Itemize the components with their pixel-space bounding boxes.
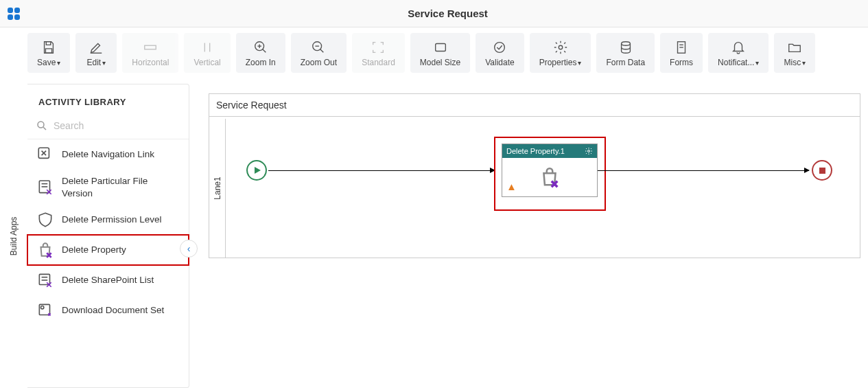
lane-label: Lane1 bbox=[213, 176, 222, 199]
validate-button[interactable]: Validate bbox=[476, 33, 524, 73]
delete-file-icon bbox=[36, 178, 55, 197]
lane-header: Lane1 bbox=[209, 119, 226, 258]
sidebar-item-label: Delete Particular File Version bbox=[62, 175, 180, 199]
sidebar-item-label: Delete Navigation Link bbox=[62, 148, 154, 161]
sidebar-item-delete-sharepoint-list[interactable]: Delete SharePoint List bbox=[27, 265, 189, 295]
svg-rect-0 bbox=[145, 45, 156, 49]
zoom-in-icon bbox=[253, 38, 268, 56]
toolbar: Save▾ Edit▾ Horizontal Vertical Zoom In … bbox=[0, 27, 868, 78]
download-doc-icon bbox=[36, 301, 55, 320]
sidebar-item-delete-permission-level[interactable]: Delete Permission Level bbox=[27, 205, 189, 235]
forms-icon bbox=[674, 38, 689, 56]
bag-x-icon bbox=[538, 166, 561, 189]
page-title: Service Request bbox=[27, 8, 868, 19]
process-canvas[interactable]: Service Request Lane1 Delete Property.1 … bbox=[189, 84, 868, 388]
sidebar-title: ACTIVITY LIBRARY bbox=[27, 84, 189, 115]
zoom-out-button[interactable]: Zoom Out bbox=[291, 33, 347, 73]
save-icon bbox=[41, 38, 56, 56]
zoom-out-icon bbox=[311, 38, 326, 56]
chevron-down-icon: ▾ bbox=[57, 59, 60, 67]
database-icon bbox=[618, 38, 633, 56]
form-data-button[interactable]: Form Data bbox=[596, 33, 655, 73]
activity-library-sidebar: ACTIVITY LIBRARY Delete Navigation Link … bbox=[27, 84, 189, 388]
sidebar-item-label: Delete Permission Level bbox=[62, 214, 162, 226]
svg-point-36 bbox=[588, 150, 590, 152]
search-icon bbox=[36, 119, 48, 132]
model-size-icon bbox=[433, 38, 448, 56]
properties-button[interactable]: Properties▾ bbox=[530, 33, 591, 73]
chevron-down-icon: ▾ bbox=[755, 59, 759, 67]
sidebar-item-delete-file-version[interactable]: Delete Particular File Version bbox=[27, 170, 189, 205]
list-x-icon bbox=[36, 271, 55, 290]
gear-icon bbox=[553, 38, 568, 56]
svg-line-4 bbox=[263, 49, 266, 53]
sidebar-item-label: Delete Property bbox=[62, 244, 126, 256]
svg-point-13 bbox=[621, 42, 630, 46]
flow-connector bbox=[268, 170, 495, 171]
horizontal-button: Horizontal bbox=[122, 33, 178, 73]
edit-button[interactable]: Edit▾ bbox=[75, 33, 117, 73]
delete-nav-icon bbox=[36, 145, 55, 164]
folder-icon bbox=[787, 38, 802, 56]
save-button[interactable]: Save▾ bbox=[27, 33, 70, 73]
activity-title: Delete Property.1 bbox=[506, 147, 565, 155]
svg-point-35 bbox=[41, 306, 44, 309]
pencil-icon bbox=[89, 38, 104, 56]
svg-point-12 bbox=[559, 45, 563, 49]
forms-button[interactable]: Forms bbox=[660, 33, 703, 73]
start-node[interactable] bbox=[246, 160, 267, 181]
horizontal-layout-icon bbox=[143, 38, 158, 56]
sidebar-item-delete-property[interactable]: Delete Property bbox=[27, 235, 189, 265]
misc-button[interactable]: Misc▾ bbox=[774, 33, 815, 73]
gear-icon[interactable] bbox=[585, 147, 593, 155]
svg-point-17 bbox=[38, 122, 44, 128]
svg-line-18 bbox=[43, 127, 46, 130]
warning-icon: ▲ bbox=[506, 181, 517, 192]
notifications-button[interactable]: Notificat...▾ bbox=[708, 33, 769, 73]
header-bar: Service Request bbox=[0, 0, 868, 27]
activity-node-delete-property[interactable]: Delete Property.1 ▲ bbox=[502, 144, 598, 197]
vertical-button: Vertical bbox=[184, 33, 230, 73]
svg-point-11 bbox=[495, 43, 505, 53]
chevron-down-icon: ▾ bbox=[578, 59, 581, 67]
vertical-layout-icon bbox=[200, 38, 215, 56]
model-size-button[interactable]: Model Size bbox=[410, 33, 470, 73]
process-title: Service Request bbox=[209, 94, 860, 117]
end-node[interactable] bbox=[812, 160, 832, 181]
search-input[interactable] bbox=[54, 120, 180, 131]
rail-label: Build Apps bbox=[9, 216, 19, 255]
left-rail: Build Apps bbox=[0, 84, 27, 388]
chevron-down-icon: ▾ bbox=[802, 59, 806, 67]
fit-standard-icon bbox=[371, 38, 386, 56]
svg-line-8 bbox=[320, 49, 324, 53]
svg-rect-10 bbox=[435, 44, 445, 52]
bell-icon bbox=[731, 38, 746, 56]
sidebar-item-download-document-set[interactable]: Download Document Set bbox=[27, 295, 189, 326]
sidebar-item-label: Download Document Set bbox=[62, 304, 164, 317]
standard-button: Standard bbox=[352, 33, 405, 73]
bag-x-icon bbox=[36, 240, 55, 260]
validate-icon bbox=[492, 38, 507, 56]
sidebar-item-label: Delete SharePoint List bbox=[62, 274, 154, 286]
chevron-down-icon: ▾ bbox=[102, 59, 106, 67]
sidebar-item-delete-navigation-link[interactable]: Delete Navigation Link bbox=[27, 139, 189, 170]
shield-icon bbox=[36, 210, 55, 229]
zoom-in-button[interactable]: Zoom In bbox=[236, 33, 285, 73]
apps-launcher-icon[interactable] bbox=[0, 8, 27, 20]
flow-connector bbox=[598, 170, 809, 171]
